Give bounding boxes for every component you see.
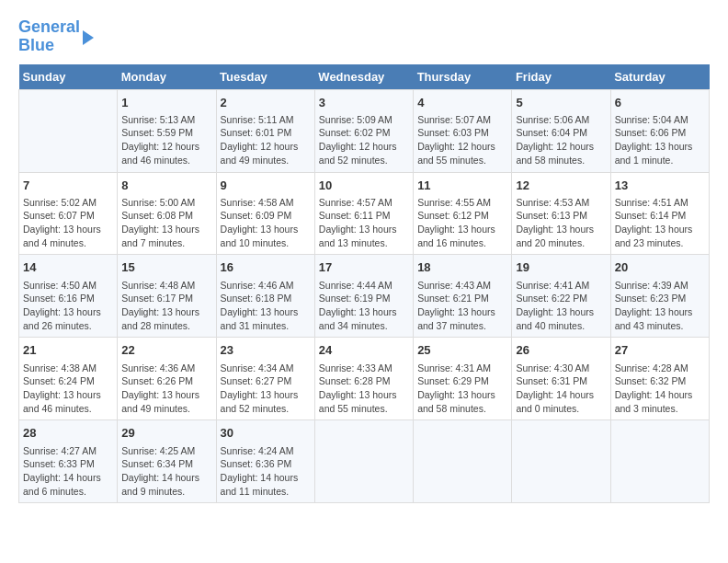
day-info: Sunrise: 4:34 AM Sunset: 6:27 PM Dayligh… — [221, 362, 311, 416]
day-info: Sunrise: 4:33 AM Sunset: 6:28 PM Dayligh… — [319, 362, 409, 416]
day-info: Sunrise: 4:41 AM Sunset: 6:22 PM Dayligh… — [516, 279, 606, 333]
day-number: 28 — [23, 425, 113, 442]
day-number: 13 — [615, 178, 705, 194]
header-day-monday: Monday — [118, 64, 216, 90]
header-day-wednesday: Wednesday — [314, 64, 413, 90]
day-number: 14 — [23, 259, 113, 276]
calendar-cell: 27Sunrise: 4:28 AM Sunset: 6:32 PM Dayli… — [610, 338, 709, 420]
calendar-cell: 3Sunrise: 5:09 AM Sunset: 6:02 PM Daylig… — [314, 89, 413, 172]
calendar-table: SundayMondayTuesdayWednesdayThursdayFrid… — [18, 64, 710, 504]
calendar-week-row: 28Sunrise: 4:27 AM Sunset: 6:33 PM Dayli… — [19, 420, 710, 503]
calendar-cell: 16Sunrise: 4:46 AM Sunset: 6:18 PM Dayli… — [216, 255, 314, 338]
calendar-week-row: 7Sunrise: 5:02 AM Sunset: 6:07 PM Daylig… — [19, 172, 710, 255]
day-number: 17 — [319, 259, 409, 276]
day-number: 22 — [121, 342, 211, 359]
calendar-cell: 26Sunrise: 4:30 AM Sunset: 6:31 PM Dayli… — [512, 338, 610, 420]
day-info: Sunrise: 4:36 AM Sunset: 6:26 PM Dayligh… — [121, 362, 211, 416]
day-number: 26 — [516, 342, 606, 359]
day-info: Sunrise: 4:24 AM Sunset: 6:36 PM Dayligh… — [221, 444, 311, 499]
calendar-cell: 7Sunrise: 5:02 AM Sunset: 6:07 PM Daylig… — [19, 172, 118, 255]
calendar-cell: 12Sunrise: 4:53 AM Sunset: 6:13 PM Dayli… — [512, 172, 610, 255]
day-info: Sunrise: 5:11 AM Sunset: 6:01 PM Dayligh… — [221, 113, 311, 167]
calendar-cell: 6Sunrise: 5:04 AM Sunset: 6:06 PM Daylig… — [610, 89, 709, 172]
calendar-cell: 14Sunrise: 4:50 AM Sunset: 6:16 PM Dayli… — [19, 255, 118, 338]
calendar-cell: 1Sunrise: 5:13 AM Sunset: 5:59 PM Daylig… — [118, 89, 216, 172]
day-number: 25 — [417, 342, 507, 359]
calendar-cell: 24Sunrise: 4:33 AM Sunset: 6:28 PM Dayli… — [314, 338, 413, 420]
day-number: 19 — [516, 259, 606, 276]
day-info: Sunrise: 4:48 AM Sunset: 6:17 PM Dayligh… — [121, 279, 211, 333]
day-number: 27 — [615, 342, 705, 359]
calendar-cell: 29Sunrise: 4:25 AM Sunset: 6:34 PM Dayli… — [118, 420, 216, 503]
calendar-cell: 8Sunrise: 5:00 AM Sunset: 6:08 PM Daylig… — [118, 172, 216, 255]
day-number: 11 — [417, 178, 507, 194]
day-info: Sunrise: 5:04 AM Sunset: 6:06 PM Dayligh… — [615, 113, 705, 167]
calendar-cell: 20Sunrise: 4:39 AM Sunset: 6:23 PM Dayli… — [610, 255, 709, 338]
day-info: Sunrise: 5:00 AM Sunset: 6:08 PM Dayligh… — [121, 196, 211, 250]
day-info: Sunrise: 4:46 AM Sunset: 6:18 PM Dayligh… — [221, 279, 311, 333]
day-number: 21 — [23, 342, 113, 359]
day-info: Sunrise: 4:30 AM Sunset: 6:31 PM Dayligh… — [516, 362, 606, 416]
day-info: Sunrise: 5:07 AM Sunset: 6:03 PM Dayligh… — [417, 113, 507, 167]
day-number: 16 — [221, 259, 311, 276]
day-number: 29 — [121, 425, 211, 442]
calendar-header-row: SundayMondayTuesdayWednesdayThursdayFrid… — [19, 64, 710, 90]
day-info: Sunrise: 4:31 AM Sunset: 6:29 PM Dayligh… — [417, 362, 507, 416]
calendar-cell: 21Sunrise: 4:38 AM Sunset: 6:24 PM Dayli… — [19, 338, 118, 420]
calendar-cell: 18Sunrise: 4:43 AM Sunset: 6:21 PM Dayli… — [414, 255, 512, 338]
day-number: 4 — [417, 95, 507, 111]
day-info: Sunrise: 4:28 AM Sunset: 6:32 PM Dayligh… — [615, 362, 705, 416]
day-info: Sunrise: 4:50 AM Sunset: 6:16 PM Dayligh… — [23, 279, 113, 333]
day-number: 2 — [221, 95, 311, 111]
day-number: 3 — [319, 95, 409, 111]
calendar-week-row: 21Sunrise: 4:38 AM Sunset: 6:24 PM Dayli… — [19, 338, 710, 420]
header-day-thursday: Thursday — [414, 64, 512, 90]
day-info: Sunrise: 5:13 AM Sunset: 5:59 PM Dayligh… — [121, 113, 211, 167]
calendar-cell: 4Sunrise: 5:07 AM Sunset: 6:03 PM Daylig… — [414, 89, 512, 172]
day-number: 8 — [121, 178, 211, 194]
day-info: Sunrise: 4:53 AM Sunset: 6:13 PM Dayligh… — [516, 196, 606, 250]
day-number: 20 — [615, 259, 705, 276]
day-number: 10 — [319, 178, 409, 194]
calendar-cell: 25Sunrise: 4:31 AM Sunset: 6:29 PM Dayli… — [414, 338, 512, 420]
day-number: 5 — [516, 95, 606, 111]
calendar-cell: 22Sunrise: 4:36 AM Sunset: 6:26 PM Dayli… — [118, 338, 216, 420]
day-number: 24 — [319, 342, 409, 359]
header-day-tuesday: Tuesday — [216, 64, 314, 90]
calendar-cell: 30Sunrise: 4:24 AM Sunset: 6:36 PM Dayli… — [216, 420, 314, 503]
day-number: 18 — [417, 259, 507, 276]
logo-text: GeneralBlue — [18, 18, 80, 55]
calendar-cell: 11Sunrise: 4:55 AM Sunset: 6:12 PM Dayli… — [414, 172, 512, 255]
header-day-sunday: Sunday — [19, 64, 118, 90]
day-info: Sunrise: 4:25 AM Sunset: 6:34 PM Dayligh… — [121, 444, 211, 499]
day-info: Sunrise: 4:57 AM Sunset: 6:11 PM Dayligh… — [319, 196, 409, 250]
logo: GeneralBlue — [18, 18, 94, 55]
calendar-cell: 13Sunrise: 4:51 AM Sunset: 6:14 PM Dayli… — [610, 172, 709, 255]
header-day-friday: Friday — [512, 64, 610, 90]
calendar-cell: 15Sunrise: 4:48 AM Sunset: 6:17 PM Dayli… — [118, 255, 216, 338]
day-info: Sunrise: 4:55 AM Sunset: 6:12 PM Dayligh… — [417, 196, 507, 250]
day-number: 6 — [615, 95, 705, 111]
day-info: Sunrise: 4:58 AM Sunset: 6:09 PM Dayligh… — [221, 196, 311, 250]
day-info: Sunrise: 4:27 AM Sunset: 6:33 PM Dayligh… — [23, 444, 113, 499]
day-number: 9 — [221, 178, 311, 194]
page-header: GeneralBlue — [18, 18, 710, 55]
day-number: 7 — [23, 178, 113, 194]
day-info: Sunrise: 5:02 AM Sunset: 6:07 PM Dayligh… — [23, 196, 113, 250]
calendar-week-row: 1Sunrise: 5:13 AM Sunset: 5:59 PM Daylig… — [19, 89, 710, 172]
calendar-cell: 23Sunrise: 4:34 AM Sunset: 6:27 PM Dayli… — [216, 338, 314, 420]
day-number: 15 — [121, 259, 211, 276]
day-number: 23 — [221, 342, 311, 359]
day-info: Sunrise: 4:51 AM Sunset: 6:14 PM Dayligh… — [615, 196, 705, 250]
calendar-cell — [610, 420, 709, 503]
day-number: 30 — [221, 425, 311, 442]
day-info: Sunrise: 4:44 AM Sunset: 6:19 PM Dayligh… — [319, 279, 409, 333]
day-number: 12 — [516, 178, 606, 194]
calendar-week-row: 14Sunrise: 4:50 AM Sunset: 6:16 PM Dayli… — [19, 255, 710, 338]
calendar-cell — [19, 89, 118, 172]
calendar-cell — [314, 420, 413, 503]
calendar-cell: 17Sunrise: 4:44 AM Sunset: 6:19 PM Dayli… — [314, 255, 413, 338]
calendar-cell: 9Sunrise: 4:58 AM Sunset: 6:09 PM Daylig… — [216, 172, 314, 255]
day-info: Sunrise: 4:38 AM Sunset: 6:24 PM Dayligh… — [23, 362, 113, 416]
day-number: 1 — [121, 95, 211, 111]
